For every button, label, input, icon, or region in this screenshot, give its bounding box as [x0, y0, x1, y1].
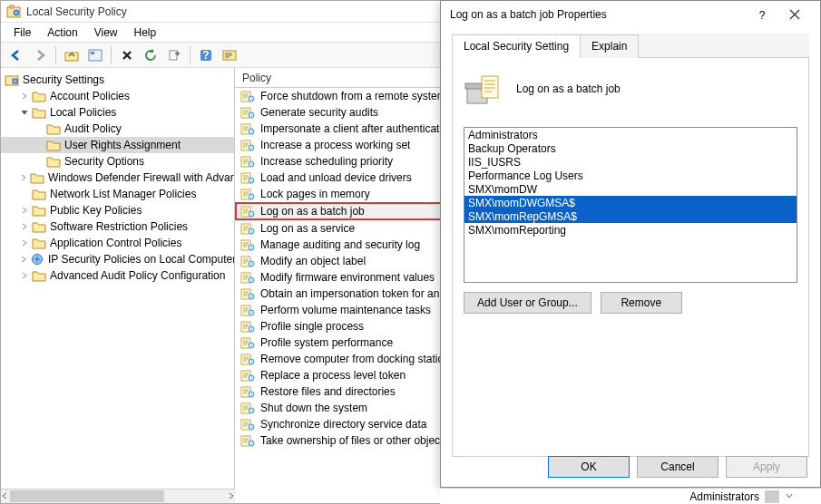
user-row[interactable]: SMX\momDW — [464, 182, 797, 196]
dialog-close-button[interactable] — [778, 1, 811, 28]
tree-item[interactable]: Advanced Audit Policy Configuration — [1, 267, 234, 284]
policy-label: Log on as a batch job — [260, 205, 365, 218]
detail-scroll-down-icon[interactable] — [785, 490, 794, 503]
policy-label: Increase scheduling priority — [260, 155, 393, 168]
policy-label: Lock pages in memory — [260, 188, 370, 200]
svg-point-30 — [249, 228, 254, 234]
refresh-button[interactable] — [141, 45, 161, 65]
policy-label: Manage auditing and security log — [260, 238, 420, 251]
tree-pane[interactable]: Security SettingsAccount PoliciesLocal P… — [1, 68, 235, 490]
help-button[interactable]: ? — [196, 45, 216, 65]
expand-icon[interactable] — [19, 172, 28, 183]
dialog-help-button[interactable]: ? — [746, 1, 778, 28]
svg-point-20 — [249, 145, 254, 150]
tree-horizontal-scrollbar[interactable] — [1, 489, 235, 503]
apply-button[interactable]: Apply — [726, 456, 807, 478]
tree-item[interactable]: Software Restriction Policies — [1, 218, 234, 235]
tree-item[interactable]: Public Key Policies — [1, 202, 234, 218]
policy-item-icon — [240, 238, 255, 251]
expand-icon[interactable] — [19, 91, 30, 102]
menu-help[interactable]: Help — [127, 24, 164, 41]
properties-dialog: Log on as a batch job Properties ? Local… — [440, 0, 821, 488]
expand-icon[interactable] — [19, 205, 30, 216]
user-row[interactable]: SMX\momReporting — [464, 223, 797, 237]
tree-item[interactable]: Network List Manager Policies — [1, 186, 234, 202]
scroll-right-icon[interactable] — [228, 489, 235, 503]
user-row[interactable]: Performance Log Users — [464, 169, 797, 182]
scroll-thumb[interactable] — [10, 490, 164, 502]
tree-root[interactable]: Security Settings — [1, 72, 234, 88]
export-button[interactable] — [164, 45, 184, 65]
user-row[interactable]: SMX\momRepGMSA$ — [464, 209, 797, 223]
window-title: Local Security Policy — [26, 5, 127, 18]
up-button[interactable] — [62, 45, 82, 65]
svg-point-48 — [249, 375, 254, 381]
policy-header: Log on as a batch job — [464, 71, 797, 107]
policy-label: Profile system performance — [260, 336, 393, 349]
ok-button[interactable]: OK — [548, 456, 630, 478]
svg-rect-60 — [482, 76, 498, 98]
policy-item-icon — [240, 353, 255, 365]
expand-icon[interactable] — [19, 254, 28, 265]
tree-label: Windows Defender Firewall with Advan — [48, 171, 235, 184]
policy-item-icon — [240, 90, 255, 102]
scroll-track[interactable] — [8, 489, 228, 503]
policy-item-icon — [240, 418, 255, 431]
tree-item[interactable]: Windows Defender Firewall with Advan — [1, 170, 234, 186]
svg-text:?: ? — [202, 49, 209, 62]
cancel-button[interactable]: Cancel — [637, 456, 718, 478]
policy-item-icon — [240, 222, 255, 235]
menu-file[interactable]: File — [6, 24, 38, 41]
toolbar-separator — [190, 46, 191, 64]
folder-icon — [30, 253, 44, 266]
policy-item-icon — [240, 155, 255, 168]
expand-icon[interactable] — [19, 221, 30, 232]
toolbar-separator — [55, 46, 56, 64]
expand-icon[interactable] — [19, 237, 30, 248]
expand-icon — [34, 156, 44, 167]
policy-item-icon — [240, 122, 255, 135]
user-row[interactable]: SMX\momDWGMSA$ — [464, 196, 797, 209]
tree-label: Public Key Policies — [50, 204, 142, 217]
svg-text:?: ? — [759, 9, 766, 20]
svg-point-2 — [14, 10, 19, 15]
detail-scroll-indicator[interactable] — [765, 490, 779, 503]
tree-item[interactable]: Security Options — [1, 153, 234, 170]
tree-label: Security Options — [64, 155, 144, 168]
collapse-icon[interactable] — [19, 107, 30, 118]
tree-label: IP Security Policies on Local Computer — [48, 253, 235, 266]
list-header-label: Policy — [242, 72, 271, 84]
add-user-button[interactable]: Add User or Group... — [464, 292, 591, 314]
users-listbox[interactable]: AdministratorsBackup OperatorsIIS_IUSRSP… — [464, 127, 797, 283]
policy-label: Impersonate a client after authenticatio… — [260, 122, 454, 135]
expand-icon[interactable] — [19, 270, 30, 281]
svg-rect-11 — [13, 79, 17, 83]
tree-item[interactable]: Local Policies — [1, 104, 234, 121]
back-button[interactable] — [6, 45, 26, 65]
scroll-left-icon[interactable] — [1, 489, 8, 503]
remove-user-button[interactable]: Remove — [601, 292, 682, 314]
user-row[interactable]: Administrators — [464, 128, 797, 141]
delete-button[interactable] — [117, 45, 137, 65]
svg-rect-5 — [91, 52, 94, 54]
properties-button[interactable] — [85, 45, 105, 65]
tree-item[interactable]: IP Security Policies on Local Computer — [1, 251, 234, 267]
detail-strip: Administrators — [440, 488, 821, 504]
svg-rect-4 — [89, 50, 102, 61]
tab-local-security-setting[interactable]: Local Security Setting — [452, 34, 581, 58]
policy-label: Increase a process working set — [260, 139, 410, 151]
tree-item[interactable]: Audit Policy — [1, 121, 234, 137]
menu-view[interactable]: View — [87, 24, 125, 41]
dialog-title: Log on as a batch job Properties — [450, 8, 746, 21]
user-row[interactable]: Backup Operators — [464, 141, 797, 155]
tree-item[interactable]: Application Control Policies — [1, 235, 234, 251]
wrap-button[interactable] — [220, 45, 239, 65]
forward-button[interactable] — [30, 45, 50, 65]
user-row[interactable]: IIS_IUSRS — [464, 155, 797, 169]
tree-item[interactable]: User Rights Assignment — [1, 137, 234, 153]
menu-action[interactable]: Action — [40, 24, 84, 41]
tab-explain[interactable]: Explain — [580, 34, 639, 58]
svg-point-14 — [249, 96, 254, 102]
policy-label: Load and unload device drivers — [260, 171, 412, 184]
tree-item[interactable]: Account Policies — [1, 88, 234, 104]
